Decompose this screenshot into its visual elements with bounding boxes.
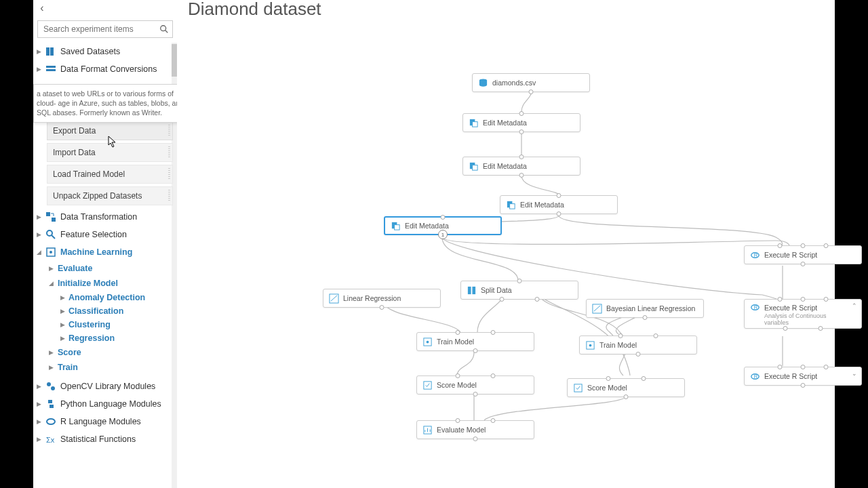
- port-in-1[interactable]: [618, 333, 623, 338]
- cat-feature-sel[interactable]: ▶ Feature Selection: [33, 226, 177, 243]
- cat-opencv[interactable]: ▶ OpenCV Library Modules: [33, 378, 177, 395]
- port-in-3[interactable]: [824, 243, 829, 248]
- port-in-3[interactable]: [824, 365, 829, 369]
- node-train-model-1[interactable]: Train Model: [416, 332, 534, 351]
- port-out[interactable]: [473, 436, 478, 441]
- cat-data-format[interactable]: ▶ Data Format Conversions: [33, 60, 177, 78]
- grip-icon: [168, 125, 170, 137]
- port-in-3[interactable]: [824, 297, 829, 302]
- port-out[interactable]: [380, 305, 384, 310]
- cat-machine-learning[interactable]: ◢ Machine Learning: [33, 243, 177, 261]
- port-out-2[interactable]: [534, 297, 539, 302]
- port-in-2[interactable]: [653, 333, 658, 338]
- node-dataset[interactable]: diamonds.csv: [472, 73, 590, 92]
- search-icon[interactable]: [156, 21, 172, 37]
- subsub-clustering[interactable]: ▶Clustering: [33, 318, 177, 331]
- subsub-classification[interactable]: ▶Classification: [33, 304, 177, 318]
- node-execute-r-2[interactable]: R Execute R Script Analysis of Continuou…: [744, 299, 862, 329]
- port-in-2[interactable]: [801, 297, 806, 302]
- node-bayesian-lr[interactable]: Bayesian Linear Regression: [586, 299, 704, 318]
- module-import-data[interactable]: Import Data: [47, 143, 173, 162]
- port-out[interactable]: [557, 211, 561, 216]
- port-in[interactable]: [519, 155, 524, 159]
- port-out-1[interactable]: [783, 326, 788, 331]
- svg-text:Σx: Σx: [46, 436, 55, 444]
- module-load-trained[interactable]: Load Trained Model: [47, 165, 173, 184]
- subsub-regression[interactable]: ▶Regression: [33, 331, 177, 345]
- node-edit-metadata-1[interactable]: Edit Metadata: [462, 113, 580, 132]
- port-out[interactable]: [519, 173, 524, 178]
- port-in-1[interactable]: [606, 376, 611, 381]
- port-out[interactable]: [529, 89, 534, 94]
- node-split-data[interactable]: Split Data: [460, 281, 578, 300]
- subcat-initialize-model[interactable]: ◢Initialize Model: [33, 276, 177, 291]
- cat-label: R Language Modules: [60, 417, 141, 426]
- experiment-canvas[interactable]: diamonds.csv Edit Metadata Edit Metadata…: [179, 20, 835, 488]
- cat-data-transform[interactable]: ▶ Data Transformation: [33, 208, 177, 226]
- svg-point-38: [427, 340, 429, 343]
- node-edit-metadata-3[interactable]: Edit Metadata: [500, 195, 618, 214]
- port-in-1[interactable]: [777, 243, 782, 248]
- subcat-evaluate[interactable]: ▶Evaluate: [33, 261, 177, 276]
- back-button[interactable]: ‹: [35, 1, 49, 15]
- node-score-model-2[interactable]: Score Model: [567, 378, 685, 397]
- port-in-2[interactable]: [490, 418, 495, 423]
- subcat-score[interactable]: ▶Score: [33, 345, 177, 360]
- port-out-2[interactable]: [818, 326, 823, 331]
- port-out[interactable]: [636, 352, 641, 357]
- port-out-1[interactable]: [500, 297, 505, 302]
- node-execute-r-3[interactable]: R Execute R Script ⌄: [744, 367, 862, 386]
- port-in-1[interactable]: [777, 297, 782, 302]
- port-in-1[interactable]: [456, 418, 460, 423]
- cat-statistical[interactable]: ▶ Σx Statistical Functions: [33, 430, 177, 448]
- port-out[interactable]: [801, 262, 806, 266]
- port-in-2[interactable]: [801, 243, 806, 248]
- port-out[interactable]: [473, 348, 478, 353]
- cat-r-lang[interactable]: ▶ R Language Modules: [33, 413, 177, 430]
- node-edit-metadata-2[interactable]: Edit Metadata: [462, 157, 580, 176]
- format-icon: [45, 64, 56, 75]
- node-train-model-2[interactable]: Train Model: [579, 336, 697, 354]
- node-label: Edit Metadata: [483, 162, 527, 170]
- port-in-2[interactable]: [801, 365, 806, 369]
- cat-saved-datasets[interactable]: ▶ Saved Datasets: [33, 43, 177, 60]
- svg-text:R: R: [754, 252, 758, 258]
- collapse-icon[interactable]: ⌃: [852, 302, 857, 309]
- transform-icon: [45, 211, 56, 222]
- port-out[interactable]: [624, 394, 629, 399]
- port-in-1[interactable]: [777, 365, 782, 369]
- expand-icon[interactable]: ⌄: [852, 370, 857, 377]
- cat-python[interactable]: ▶ Python Language Modules: [33, 395, 177, 413]
- node-edit-metadata-4[interactable]: Edit Metadata 1: [384, 216, 502, 235]
- module-export-data[interactable]: Export Data: [47, 121, 173, 140]
- port-in-1[interactable]: [456, 330, 460, 335]
- node-evaluate-model[interactable]: Evaluate Model: [416, 420, 534, 439]
- cat-label: Data Format Conversions: [60, 64, 157, 74]
- node-label: Execute R Script: [764, 251, 817, 259]
- node-linear-regression[interactable]: Linear Regression: [323, 289, 441, 308]
- chevron-right-icon: ▶: [37, 418, 41, 425]
- module-label: Export Data: [53, 126, 96, 136]
- port-in[interactable]: [519, 111, 524, 116]
- subcat-train[interactable]: ▶Train: [33, 360, 177, 375]
- port-out[interactable]: [473, 392, 478, 396]
- port-out-badge[interactable]: 1: [438, 230, 448, 239]
- port-out[interactable]: [519, 129, 524, 134]
- node-execute-r-1[interactable]: R Execute R Script: [744, 245, 862, 264]
- subcat-label: Score: [58, 348, 81, 357]
- search-input[interactable]: [38, 22, 156, 37]
- port-in-2[interactable]: [490, 373, 495, 378]
- node-score-model-1[interactable]: Score Model: [416, 375, 534, 394]
- cat-label: Python Language Modules: [60, 399, 161, 409]
- module-unpack-zipped[interactable]: Unpack Zipped Datasets: [47, 186, 173, 205]
- port-in[interactable]: [517, 279, 522, 283]
- score-icon: [573, 383, 583, 393]
- port-out[interactable]: [801, 383, 806, 388]
- port-out[interactable]: [643, 315, 648, 320]
- port-in-1[interactable]: [456, 373, 460, 378]
- port-in[interactable]: [441, 215, 446, 220]
- port-in-2[interactable]: [641, 376, 646, 381]
- port-in[interactable]: [557, 193, 561, 198]
- subsub-anomaly[interactable]: ▶Anomaly Detection: [33, 291, 177, 304]
- port-in-2[interactable]: [490, 330, 495, 335]
